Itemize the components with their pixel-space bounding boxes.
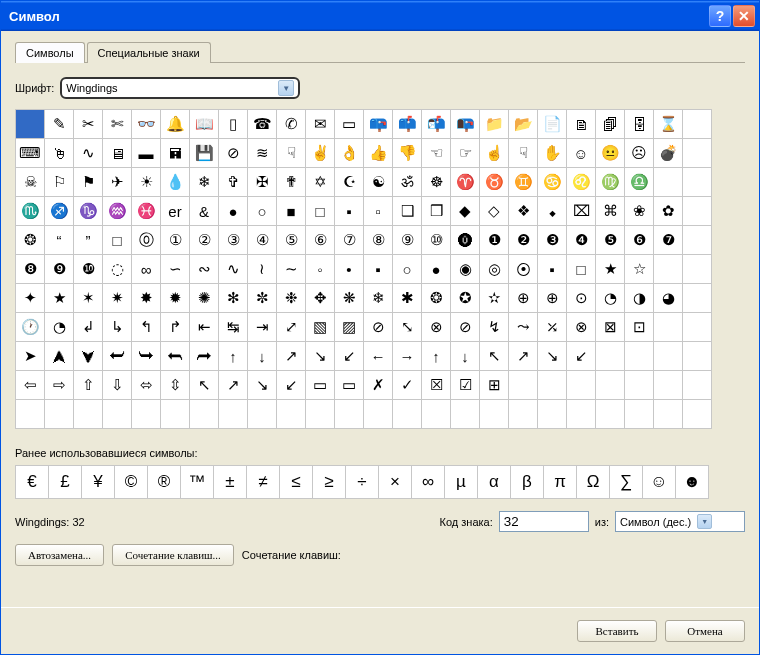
symbol-cell[interactable]: ◑ [625, 284, 654, 313]
symbol-cell[interactable]: ❀ [625, 197, 654, 226]
symbol-cell[interactable] [683, 139, 712, 168]
symbol-cell[interactable]: ↘ [248, 371, 277, 400]
symbol-cell[interactable]: ⓪ [132, 226, 161, 255]
autocorrect-button[interactable]: Автозамена... [15, 544, 104, 566]
symbol-cell[interactable]: ⇤ [190, 313, 219, 342]
symbol-cell[interactable]: ❾ [45, 255, 74, 284]
symbol-cell[interactable]: 💣 [654, 139, 683, 168]
recent-cell[interactable]: ∞ [412, 466, 445, 499]
symbol-cell[interactable]: ✻ [219, 284, 248, 313]
symbol-cell[interactable] [393, 400, 422, 429]
symbol-cell[interactable]: ③ [219, 226, 248, 255]
symbol-cell[interactable]: ↖ [480, 342, 509, 371]
symbol-cell[interactable]: ② [190, 226, 219, 255]
symbol-cell[interactable]: ♉ [480, 168, 509, 197]
symbol-cell[interactable]: ⬥ [538, 197, 567, 226]
recent-cell[interactable]: ≠ [247, 466, 280, 499]
symbol-cell[interactable]: 💧 [161, 168, 190, 197]
font-select[interactable]: Wingdings ▼ [60, 77, 300, 99]
symbol-cell[interactable]: ○ [393, 255, 422, 284]
symbol-cell[interactable]: ✞ [219, 168, 248, 197]
symbol-cell[interactable]: • [335, 255, 364, 284]
symbol-cell[interactable]: ✟ [277, 168, 306, 197]
symbol-cell[interactable] [596, 342, 625, 371]
symbol-cell[interactable]: ★ [45, 284, 74, 313]
symbol-cell[interactable]: ◦ [306, 255, 335, 284]
symbol-cell[interactable]: ♍ [596, 168, 625, 197]
symbol-cell[interactable]: ☑ [451, 371, 480, 400]
symbol-cell[interactable]: ❄ [190, 168, 219, 197]
symbol-cell[interactable]: & [190, 197, 219, 226]
recent-cell[interactable]: £ [49, 466, 82, 499]
symbol-cell[interactable]: ■ [277, 197, 306, 226]
symbol-cell[interactable]: ☯ [364, 168, 393, 197]
symbol-cell[interactable]: ↑ [422, 342, 451, 371]
symbol-cell[interactable]: ⮝ [45, 342, 74, 371]
symbol-cell[interactable]: ❽ [16, 255, 45, 284]
code-input[interactable] [499, 511, 589, 532]
symbol-cell[interactable]: ❼ [654, 226, 683, 255]
symbol-cell[interactable]: ⇧ [74, 371, 103, 400]
recent-cell[interactable]: ® [148, 466, 181, 499]
symbol-cell[interactable]: ▭ [335, 110, 364, 139]
symbol-cell[interactable]: ❄ [364, 284, 393, 313]
symbol-cell[interactable]: ❿ [74, 255, 103, 284]
symbol-cell[interactable]: ↯ [480, 313, 509, 342]
symbol-cell[interactable]: ⚐ [45, 168, 74, 197]
symbol-cell[interactable]: ✄ [103, 110, 132, 139]
symbol-cell[interactable]: ⌧ [567, 197, 596, 226]
symbol-cell[interactable]: ◌ [103, 255, 132, 284]
symbol-cell[interactable]: ↓ [451, 342, 480, 371]
symbol-cell[interactable]: ↙ [567, 342, 596, 371]
symbol-cell[interactable]: ” [74, 226, 103, 255]
recent-cell[interactable]: ☺ [643, 466, 676, 499]
symbol-cell[interactable]: ▭ [335, 371, 364, 400]
symbol-cell[interactable]: ✆ [277, 110, 306, 139]
symbol-cell[interactable] [683, 226, 712, 255]
symbol-cell[interactable]: ◔ [45, 313, 74, 342]
symbol-cell[interactable]: ↙ [277, 371, 306, 400]
recent-cell[interactable]: ≥ [313, 466, 346, 499]
symbol-cell[interactable]: ❉ [277, 284, 306, 313]
symbol-cell[interactable] [683, 371, 712, 400]
symbol-cell[interactable]: 🔔 [161, 110, 190, 139]
symbol-cell[interactable]: ☹ [625, 139, 654, 168]
symbol-cell[interactable]: ⇩ [103, 371, 132, 400]
symbol-cell[interactable]: ● [219, 197, 248, 226]
recent-cell[interactable]: µ [445, 466, 478, 499]
symbol-cell[interactable]: 🗐 [596, 110, 625, 139]
symbol-cell[interactable]: ⌛ [654, 110, 683, 139]
symbol-cell[interactable]: ⌨ [16, 139, 45, 168]
symbol-cell[interactable]: ⇦ [16, 371, 45, 400]
symbol-cell[interactable]: ☠ [16, 168, 45, 197]
symbol-cell[interactable] [219, 400, 248, 429]
symbol-cell[interactable]: ✗ [364, 371, 393, 400]
symbol-cell[interactable]: ∿ [74, 139, 103, 168]
symbol-cell[interactable]: ❒ [422, 197, 451, 226]
symbol-cell[interactable]: ✺ [190, 284, 219, 313]
symbol-cell[interactable]: ⮟ [74, 342, 103, 371]
symbol-cell[interactable]: ☪ [335, 168, 364, 197]
symbol-cell[interactable]: 🗄 [625, 110, 654, 139]
symbol-cell[interactable]: ☒ [422, 371, 451, 400]
symbol-cell[interactable]: 📪 [364, 110, 393, 139]
symbol-cell[interactable]: ⊙ [567, 284, 596, 313]
symbol-cell[interactable] [132, 400, 161, 429]
symbol-cell[interactable]: ⊘ [451, 313, 480, 342]
symbol-cell[interactable] [364, 400, 393, 429]
symbol-cell[interactable] [625, 400, 654, 429]
symbol-cell[interactable]: ⑥ [306, 226, 335, 255]
symbol-cell[interactable]: ❶ [480, 226, 509, 255]
symbol-cell[interactable]: ❸ [538, 226, 567, 255]
symbol-cell[interactable]: ▯ [219, 110, 248, 139]
recent-cell[interactable]: ☻ [676, 466, 709, 499]
recent-cell[interactable]: × [379, 466, 412, 499]
symbol-cell[interactable]: ⑨ [393, 226, 422, 255]
symbol-cell[interactable]: ⚑ [74, 168, 103, 197]
symbol-cell[interactable] [683, 342, 712, 371]
symbol-cell[interactable] [16, 110, 45, 139]
symbol-cell[interactable]: ✂ [74, 110, 103, 139]
symbol-cell[interactable]: ☺ [567, 139, 596, 168]
symbol-cell[interactable]: ← [364, 342, 393, 371]
symbol-cell[interactable]: ♈ [451, 168, 480, 197]
